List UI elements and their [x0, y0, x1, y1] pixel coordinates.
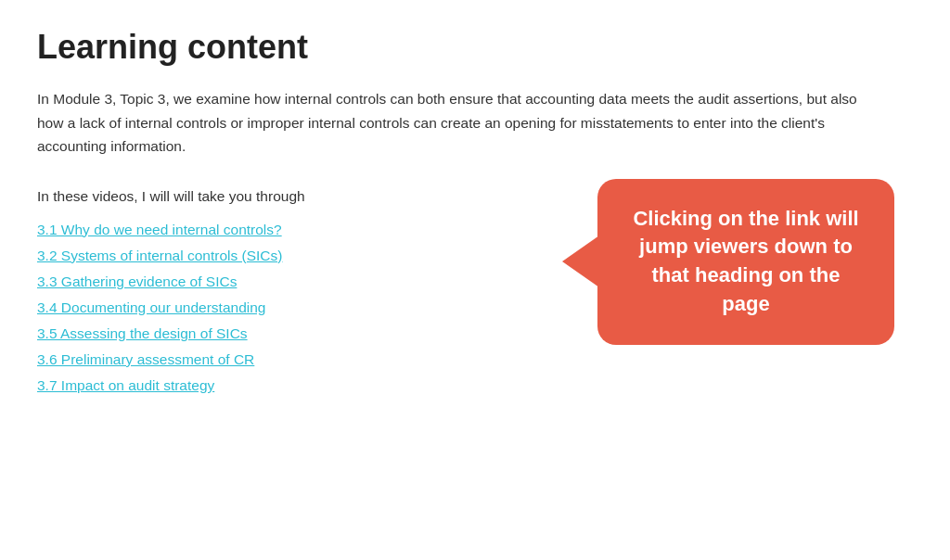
- page-title: Learning content: [37, 28, 913, 67]
- link-3-3[interactable]: 3.3 Gathering evidence of SICs: [37, 274, 237, 289]
- videos-section: In these videos, I will will take you th…: [37, 188, 913, 394]
- intro-paragraph: In Module 3, Topic 3, we examine how int…: [37, 87, 872, 159]
- tooltip-bubble: Clicking on the link will jump viewers d…: [597, 179, 894, 345]
- link-3-4[interactable]: 3.4 Documenting our understanding: [37, 299, 265, 315]
- list-item: 3.6 Preliminary assessment of CR: [37, 351, 913, 368]
- tooltip-text: Clicking on the link will jump viewers d…: [633, 207, 858, 315]
- link-3-6[interactable]: 3.6 Preliminary assessment of CR: [37, 351, 254, 367]
- list-item: 3.7 Impact on audit strategy: [37, 377, 913, 394]
- page-container: Learning content In Module 3, Topic 3, w…: [0, 0, 950, 431]
- link-3-7[interactable]: 3.7 Impact on audit strategy: [37, 377, 214, 393]
- link-3-1[interactable]: 3.1 Why do we need internal controls?: [37, 222, 282, 237]
- link-3-5[interactable]: 3.5 Assessing the design of SICs: [37, 325, 248, 341]
- link-3-2[interactable]: 3.2 Systems of internal controls (SICs): [37, 248, 282, 263]
